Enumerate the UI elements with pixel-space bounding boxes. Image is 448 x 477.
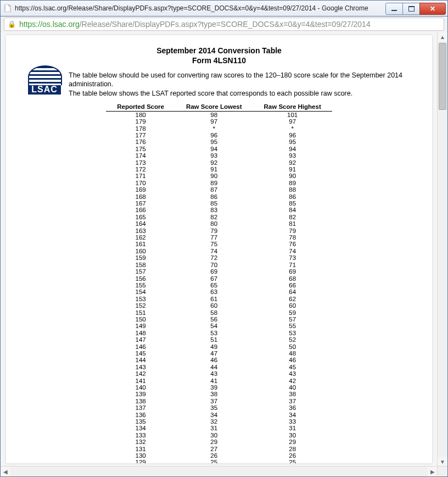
doc-title-line1: September 2014 Conversion Table <box>156 46 282 55</box>
cell-raw-high: 40 <box>253 384 332 391</box>
cell-raw-low: 32 <box>175 418 253 425</box>
cell-raw-low: 61 <box>175 296 253 302</box>
scroll-right-icon[interactable]: ▶ <box>428 467 438 476</box>
cell-reported: 172 <box>106 166 175 173</box>
table-row: 1515859 <box>106 309 332 316</box>
cell-raw-low: 47 <box>175 350 253 357</box>
table-row: 1526060 <box>106 302 332 309</box>
table-row: 1343131 <box>106 425 332 431</box>
cell-raw-low: * <box>175 125 253 132</box>
cell-reported: 145 <box>106 350 175 357</box>
table-row: 1668384 <box>106 207 332 213</box>
window-buttons: ✕ <box>386 3 446 14</box>
cell-raw-low: 41 <box>175 378 253 384</box>
cell-raw-low: 58 <box>175 309 253 316</box>
col-raw-lowest: Raw Score Lowest <box>175 103 253 112</box>
pdf-page: September 2014 Conversion Table Form 4LS… <box>6 35 432 463</box>
cell-raw-low: 98 <box>175 111 253 118</box>
cell-reported: 129 <box>106 459 175 463</box>
window-close-button[interactable]: ✕ <box>419 3 446 15</box>
cell-raw-high: 34 <box>253 412 332 418</box>
scroll-left-icon[interactable]: ◀ <box>1 467 10 476</box>
cell-reported: 132 <box>106 439 175 445</box>
horizontal-scrollbar[interactable]: ◀ ▶ <box>1 466 438 476</box>
table-row: 1648081 <box>106 220 332 227</box>
cell-reported: 138 <box>106 398 175 404</box>
cell-raw-high: 31 <box>253 425 332 431</box>
cell-reported: 142 <box>106 370 175 377</box>
cell-raw-high: 60 <box>253 302 332 309</box>
cell-raw-low: 27 <box>175 446 253 452</box>
url-path: /Release/Share/DisplayPDFs.aspx?type=SCO… <box>80 20 371 29</box>
table-row: 1505657 <box>106 316 332 323</box>
table-row: 1475152 <box>106 336 332 343</box>
window-minimize-button[interactable] <box>385 3 403 15</box>
table-row: 1688686 <box>106 193 332 200</box>
cell-raw-low: 74 <box>175 248 253 254</box>
table-header-row: Reported Score Raw Score Lowest Raw Scor… <box>106 103 332 112</box>
cell-raw-low: 72 <box>175 254 253 261</box>
cell-raw-low: 89 <box>175 180 253 186</box>
table-row: 1444646 <box>106 357 332 363</box>
cell-raw-high: 95 <box>253 138 332 145</box>
cell-raw-low: 31 <box>175 425 253 431</box>
cell-raw-high: 90 <box>253 173 332 179</box>
cell-raw-high: 89 <box>253 180 332 186</box>
cell-reported: 169 <box>106 186 175 193</box>
cell-raw-high: 45 <box>253 364 332 370</box>
window-maximize-button[interactable] <box>402 3 420 15</box>
table-row: 1333030 <box>106 432 332 439</box>
table-row: 1637979 <box>106 228 332 234</box>
table-row: 1587071 <box>106 262 332 268</box>
table-row: 1597273 <box>106 254 332 261</box>
table-row: 1434445 <box>106 364 332 370</box>
cell-reported: 157 <box>106 268 175 275</box>
cell-raw-high: 97 <box>253 118 332 125</box>
table-row: 1302626 <box>106 452 332 459</box>
table-row: 1698788 <box>106 186 332 193</box>
vertical-scroll-track[interactable] <box>438 42 447 457</box>
cell-reported: 155 <box>106 282 175 289</box>
table-row: 178** <box>106 125 332 132</box>
cell-reported: 178 <box>106 125 175 132</box>
cell-raw-low: 85 <box>175 200 253 207</box>
cell-raw-high: 38 <box>253 391 332 397</box>
cell-raw-high: 82 <box>253 214 332 220</box>
cell-reported: 163 <box>106 228 175 234</box>
table-row: 1678585 <box>106 200 332 207</box>
cell-raw-high: 53 <box>253 330 332 336</box>
table-row: 1607474 <box>106 248 332 254</box>
cell-reported: 167 <box>106 200 175 207</box>
table-row: 1749393 <box>106 152 332 159</box>
vertical-scrollbar[interactable]: ▲ ▼ <box>437 32 447 467</box>
scroll-down-icon[interactable]: ▼ <box>438 457 447 467</box>
table-row: 1719090 <box>106 173 332 179</box>
cell-raw-low: 80 <box>175 220 253 227</box>
table-row: 1353233 <box>106 418 332 425</box>
cell-raw-low: 26 <box>175 452 253 459</box>
cell-raw-low: 79 <box>175 228 253 234</box>
table-row: 1627778 <box>106 234 332 241</box>
cell-raw-high: 76 <box>253 241 332 247</box>
cell-reported: 144 <box>106 357 175 363</box>
table-row: 1312728 <box>106 446 332 452</box>
omnibox[interactable]: 🔒 https://os.lsac.org /Release/Share/Dis… <box>4 18 444 31</box>
table-row: 1769595 <box>106 138 332 145</box>
table-row: 1536162 <box>106 296 332 302</box>
cell-raw-low: 56 <box>175 316 253 323</box>
col-raw-highest: Raw Score Highest <box>253 103 332 112</box>
vertical-scroll-thumb[interactable] <box>439 43 446 110</box>
cell-raw-high: 74 <box>253 248 332 254</box>
cell-raw-low: 46 <box>175 357 253 363</box>
cell-raw-high: 59 <box>253 309 332 316</box>
cell-reported: 146 <box>106 343 175 350</box>
cell-raw-high: 55 <box>253 323 332 329</box>
cell-raw-high: 66 <box>253 282 332 289</box>
cell-raw-low: 83 <box>175 207 253 213</box>
table-row: 1566768 <box>106 275 332 282</box>
scroll-up-icon[interactable]: ▲ <box>438 32 447 42</box>
cell-raw-low: 69 <box>175 268 253 275</box>
cell-raw-high: 57 <box>253 316 332 323</box>
cell-raw-low: 54 <box>175 323 253 329</box>
window-title: https://os.lsac.org/Release/Share/Displa… <box>15 4 368 12</box>
